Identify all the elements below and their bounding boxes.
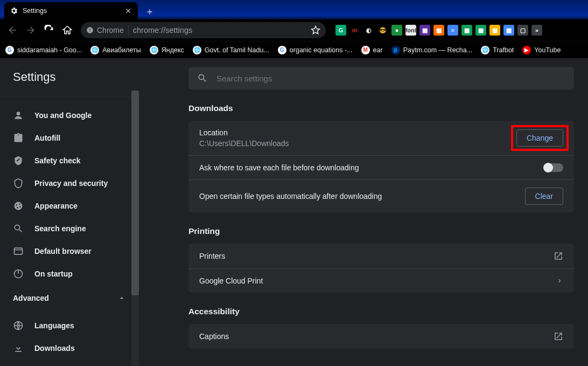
extension-icon[interactable]: 😎 [377, 25, 388, 36]
sidebar-advanced-toggle[interactable]: Advanced [0, 285, 139, 307]
browser-tab[interactable]: Settings [4, 2, 138, 19]
bookmark-item[interactable]: 🌐Trafbot [481, 46, 514, 54]
sidebar-item[interactable]: Search engine [0, 217, 139, 240]
sidebar-item[interactable]: Autofill [0, 127, 139, 149]
close-tab-button[interactable] [124, 7, 132, 15]
bookmark-label: organic equations -... [290, 46, 353, 54]
bookmarks-bar: Gsiddaramaiah - Goo...🌐Авиабилеты🌐Яндекс… [0, 41, 588, 58]
svg-point-2 [16, 204, 17, 206]
printers-row[interactable]: Printers [188, 244, 574, 268]
bookmark-item[interactable]: 🌐Авиабилеты [90, 46, 141, 54]
sidebar-item[interactable]: Printing [0, 360, 139, 366]
bookmark-item[interactable]: pPaytm.com — Recha... [391, 46, 473, 54]
sidebar-item-icon [13, 133, 24, 143]
browser-toolbar: Chrome chrome://settings Gm◐😎●font▦▦≡▦▦▦… [0, 19, 588, 41]
printers-label: Printers [199, 252, 225, 260]
svg-rect-6 [15, 248, 23, 254]
bookmark-label: Trafbot [493, 46, 514, 54]
sidebar-item[interactable]: Default browser [0, 240, 139, 263]
search-icon [197, 73, 208, 84]
extension-icon[interactable]: ▦ [475, 25, 486, 36]
sidebar-item-icon [13, 320, 24, 331]
sidebar-item[interactable]: Downloads [0, 337, 139, 360]
extension-icon[interactable]: ▦ [433, 25, 444, 36]
bookmark-star-icon[interactable] [311, 25, 320, 35]
extension-icon[interactable]: font [405, 25, 416, 36]
sidebar-item-label: Autofill [34, 134, 60, 142]
bookmark-item[interactable]: 🌐Яндекс [150, 46, 184, 54]
bookmark-favicon: G [278, 46, 286, 54]
clear-open-types-button[interactable]: Clear [525, 188, 563, 205]
bookmark-item[interactable]: Gsiddaramaiah - Goo... [5, 46, 82, 54]
new-tab-button[interactable] [142, 4, 157, 19]
extension-icon[interactable]: ▦ [503, 25, 514, 36]
settings-search-input[interactable] [216, 74, 565, 83]
google-cloud-print-row[interactable]: Google Cloud Print [188, 268, 574, 293]
extension-icon[interactable]: m [349, 25, 360, 36]
svg-point-0 [17, 112, 20, 115]
extension-icon[interactable]: ▦ [489, 25, 500, 36]
bookmark-label: Govt. of Tamil Nadu... [205, 46, 269, 54]
address-bar[interactable]: Chrome chrome://settings [81, 22, 326, 38]
extension-icon[interactable]: ▦ [461, 25, 472, 36]
bookmark-label: Яндекс [162, 46, 184, 54]
home-button[interactable] [59, 22, 75, 38]
extension-icon[interactable]: ▢ [517, 25, 528, 36]
sidebar-item-icon [13, 201, 24, 211]
site-info-icon[interactable]: Chrome [86, 26, 124, 34]
bookmark-item[interactable]: ▶YouTube [522, 46, 561, 54]
forward-button[interactable] [23, 22, 39, 38]
sidebar-item[interactable]: Safety check [0, 149, 139, 172]
settings-search[interactable] [188, 67, 574, 89]
accessibility-card: Captions [188, 324, 574, 349]
downloads-heading: Downloads [188, 103, 574, 113]
change-button-highlight: Change [511, 125, 569, 151]
sidebar-scrollbar-thumb[interactable] [131, 91, 139, 295]
extension-icon[interactable]: ▦ [419, 25, 430, 36]
extension-icons: Gm◐😎●font▦▦≡▦▦▦▦▢» [335, 25, 542, 36]
downloads-location-row: Location C:\Users\DELL\Downloads Change [188, 121, 574, 155]
sidebar-item-icon [13, 155, 24, 166]
sidebar-item[interactable]: Languages [0, 314, 139, 337]
downloads-ask-row[interactable]: Ask where to save each file before downl… [188, 155, 574, 179]
sidebar-item-label: Languages [34, 321, 74, 330]
bookmark-favicon: 🌐 [481, 46, 489, 54]
reload-button[interactable] [41, 22, 57, 38]
ask-before-download-toggle[interactable] [544, 163, 563, 172]
captions-row[interactable]: Captions [188, 324, 574, 349]
sidebar-item-icon [13, 343, 24, 354]
sidebar-item-label: Downloads [34, 344, 75, 353]
sidebar-item-icon [13, 223, 24, 234]
gcp-label: Google Cloud Print [199, 277, 263, 285]
sidebar-item[interactable]: On startup [0, 263, 139, 285]
extension-icon[interactable]: ● [391, 25, 402, 36]
url-text: chrome://settings [133, 26, 306, 34]
downloads-card: Location C:\Users\DELL\Downloads Change … [188, 121, 574, 212]
bookmark-item[interactable]: Mear [361, 46, 383, 54]
bookmark-label: YouTube [534, 46, 561, 54]
extension-icon[interactable]: G [335, 25, 346, 36]
downloads-location-label: Location [199, 128, 289, 137]
settings-content: Downloads Location C:\Users\DELL\Downloa… [139, 58, 588, 366]
sidebar-item[interactable]: Privacy and security [0, 172, 139, 195]
sidebar-item[interactable]: You and Google [0, 104, 139, 127]
tab-title: Settings [23, 7, 120, 15]
downloads-ask-label: Ask where to save each file before downl… [199, 163, 359, 172]
extension-icon[interactable]: ◐ [363, 25, 374, 36]
bookmark-label: ear [373, 46, 383, 54]
captions-label: Captions [199, 332, 229, 341]
bookmark-label: siddaramaiah - Goo... [17, 46, 82, 54]
bookmark-item[interactable]: Gorganic equations -... [278, 46, 353, 54]
extension-icon[interactable]: » [531, 25, 542, 36]
extension-icon[interactable]: ≡ [447, 25, 458, 36]
tab-strip: Settings [0, 0, 588, 19]
sidebar-item-label: Search engine [34, 224, 86, 233]
printing-heading: Printing [188, 226, 574, 236]
sidebar-item-label: On startup [34, 270, 73, 278]
bookmark-item[interactable]: 🌐Govt. of Tamil Nadu... [193, 46, 269, 54]
back-button[interactable] [4, 22, 20, 38]
change-location-button[interactable]: Change [516, 129, 563, 147]
bookmark-label: Авиабилеты [102, 46, 141, 54]
chevron-up-icon [117, 294, 126, 302]
sidebar-item[interactable]: Appearance [0, 195, 139, 217]
